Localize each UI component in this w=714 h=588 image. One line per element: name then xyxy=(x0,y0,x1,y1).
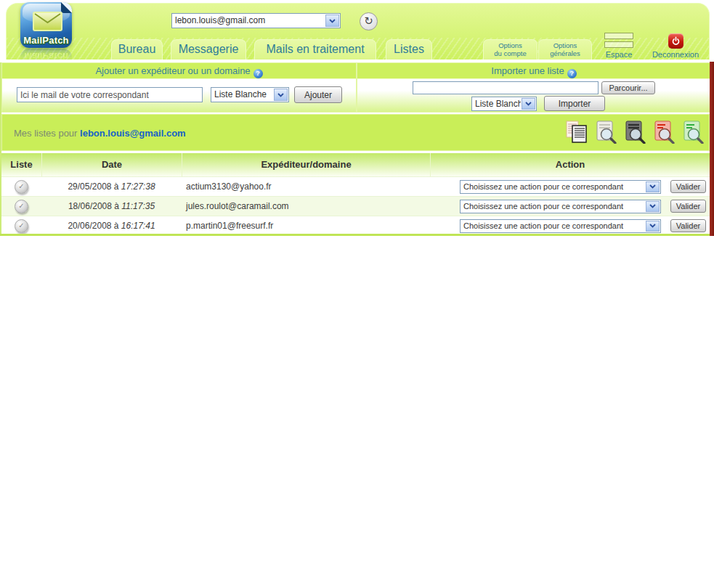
tab-options-compte-line1: Options xyxy=(498,41,522,49)
tab-options-compte[interactable]: Options du compte xyxy=(483,39,537,60)
table-header-row: Liste Date Expéditeur/domaine Action xyxy=(1,153,710,176)
tab-options-compte-line2: du compte xyxy=(494,49,526,57)
power-icon xyxy=(668,33,683,49)
chevron-down-icon xyxy=(646,221,660,232)
row-sender: jules.roulot@caramail.com xyxy=(182,201,430,211)
tab-options-generales-line2: générales xyxy=(550,49,580,57)
import-list-panel: Importer une liste? Parcourir... Liste B… xyxy=(357,62,711,113)
col-header-liste: Liste xyxy=(1,153,41,176)
import-list-title-bar: Importer une liste? xyxy=(357,63,710,79)
validate-button[interactable]: Valider xyxy=(670,180,706,193)
table-row: ✓ 18/06/2008 à 11:17:35 jules.roulot@car… xyxy=(1,196,710,216)
envelope-icon xyxy=(33,12,62,31)
tab-bureau-label: Bureau xyxy=(118,43,156,55)
add-sender-panel: Ajouter un expéditeur ou un domaine? Lis… xyxy=(1,62,357,113)
chevron-down-icon xyxy=(646,201,660,212)
logo-wordmark: MailPatch xyxy=(20,35,72,46)
my-lists-bar: Mes listes pour lebon.louis@gmail.com xyxy=(1,114,710,151)
storage-bars-icon xyxy=(604,33,633,48)
action-select[interactable]: Choisissez une action pour ce correspond… xyxy=(460,200,661,213)
table-row: ✓ 29/05/2008 à 17:27:38 actium3130@yahoo… xyxy=(1,176,710,196)
list-view-icons xyxy=(565,121,705,144)
tab-mails-en-traitement[interactable]: Mails en traitement xyxy=(254,39,376,60)
action-select[interactable]: Choisissez une action pour ce correspond… xyxy=(460,180,661,194)
tab-options-generales-line1: Options xyxy=(553,41,577,49)
tab-bureau[interactable]: Bureau xyxy=(111,39,163,60)
espace-label: Espace xyxy=(606,50,633,59)
add-sender-title-bar: Ajouter un expéditeur ou un domaine? xyxy=(2,63,356,79)
tab-options-generales[interactable]: Options générales xyxy=(538,39,592,60)
action-select[interactable]: Choisissez une action pour ce correspond… xyxy=(460,219,661,233)
import-list-select[interactable]: Liste Blanche xyxy=(471,97,537,111)
import-list-title: Importer une liste xyxy=(491,65,564,76)
help-icon[interactable]: ? xyxy=(253,69,263,78)
search-green-list-icon[interactable] xyxy=(681,121,705,144)
tab-mails-en-traitement-label: Mails en traitement xyxy=(266,43,364,55)
row-date: 29/05/2008 à 17:27:38 xyxy=(41,181,182,192)
tab-listes-label: Listes xyxy=(394,43,424,55)
my-lists-email: lebon.louis@gmail.com xyxy=(80,128,186,139)
col-header-date: Date xyxy=(41,153,182,176)
help-icon[interactable]: ? xyxy=(567,69,577,78)
white-list-check-icon[interactable]: ✓ xyxy=(15,200,28,213)
row-date: 20/06/2008 à 16:17:41 xyxy=(41,221,182,231)
content-bottom-edge xyxy=(0,234,710,236)
deconnexion-label: Deconnexion xyxy=(652,50,699,59)
mailpatch-logo[interactable]: MailPatch xyxy=(20,2,72,48)
refresh-icon[interactable]: ↻ xyxy=(360,12,378,30)
chevron-down-icon xyxy=(325,15,339,27)
tab-messagerie-label: Messagerie xyxy=(179,43,239,55)
browse-button[interactable]: Parcourir... xyxy=(601,81,655,94)
import-list-select-value: Liste Blanche xyxy=(472,97,521,110)
add-sender-title: Ajouter un expéditeur ou un domaine xyxy=(95,65,250,76)
white-list-check-icon[interactable]: ✓ xyxy=(15,219,28,233)
import-list-form: Parcourir... Liste Blanche Importer xyxy=(357,79,710,112)
my-lists-label-prefix: Mes listes pour xyxy=(14,128,77,139)
row-sender: actium3130@yahoo.fr xyxy=(182,181,430,192)
content-left-edge xyxy=(0,62,1,234)
logo-reflection: MailPatch xyxy=(20,49,72,63)
tab-listes[interactable]: Listes xyxy=(386,39,432,60)
tab-messagerie[interactable]: Messagerie xyxy=(171,39,246,60)
row-date: 18/06/2008 à 11:17:35 xyxy=(41,201,182,211)
table-row: ✓ 20/06/2008 à 16:17:41 p.martin01@frees… xyxy=(1,216,710,235)
search-red-list-icon[interactable] xyxy=(652,121,676,144)
row-sender: p.martin01@freesurf.fr xyxy=(182,221,430,231)
chevron-down-icon xyxy=(274,89,288,101)
add-sender-form: Liste Blanche Ajouter xyxy=(2,79,356,112)
sender-list-select-value: Liste Blanche xyxy=(211,88,273,102)
lists-table: Liste Date Expéditeur/domaine Action ✓ 2… xyxy=(1,153,710,235)
my-lists-label: Mes listes pour lebon.louis@gmail.com xyxy=(14,128,186,139)
add-button[interactable]: Ajouter xyxy=(294,86,342,103)
action-select-value: Choisissez une action pour ce correspond… xyxy=(461,181,645,193)
account-select[interactable]: lebon.louis@gmail.com xyxy=(171,13,341,28)
col-header-sender: Expéditeur/domaine xyxy=(182,153,430,176)
search-black-list-icon[interactable] xyxy=(623,121,646,144)
deconnexion-button[interactable]: Deconnexion xyxy=(646,33,705,59)
account-select-value: lebon.louis@gmail.com xyxy=(172,14,325,28)
all-lists-icon[interactable] xyxy=(565,121,588,144)
col-header-action: Action xyxy=(430,153,710,176)
import-file-input[interactable] xyxy=(413,81,599,94)
search-white-list-icon[interactable] xyxy=(594,121,617,144)
action-select-value: Choisissez une action pour ce correspond… xyxy=(461,200,645,213)
header-bar: lebon.louis@gmail.com ↻ Bureau Messageri… xyxy=(6,3,710,60)
import-button[interactable]: Importer xyxy=(544,96,605,111)
validate-button[interactable]: Valider xyxy=(670,200,706,213)
validate-button[interactable]: Valider xyxy=(670,219,706,232)
sender-email-input[interactable] xyxy=(17,87,203,102)
mailpatch-page: lebon.louis@gmail.com ↻ Bureau Messageri… xyxy=(0,0,714,588)
chevron-down-icon xyxy=(646,181,660,192)
content-right-edge xyxy=(710,62,714,236)
chevron-down-icon xyxy=(522,98,535,110)
sender-list-select[interactable]: Liste Blanche xyxy=(211,87,289,102)
action-select-value: Choisissez une action pour ce correspond… xyxy=(461,220,645,232)
espace-button[interactable]: Espace xyxy=(598,33,640,59)
white-list-check-icon[interactable]: ✓ xyxy=(15,180,28,194)
